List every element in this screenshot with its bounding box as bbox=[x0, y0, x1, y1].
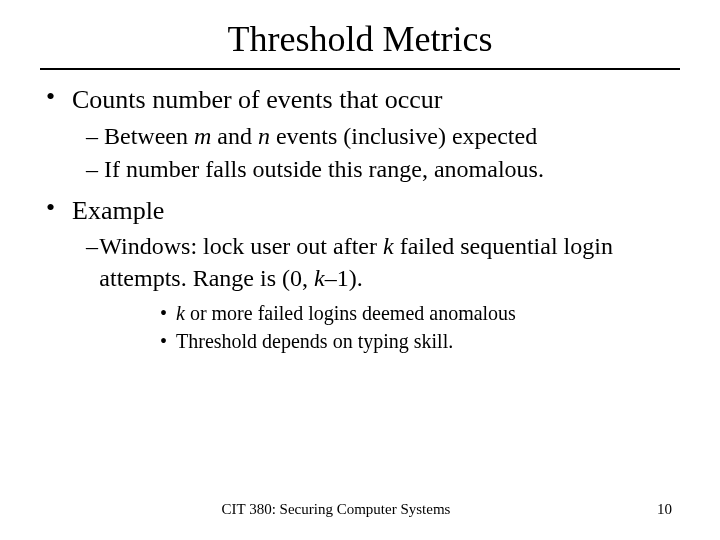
sub-sub-list: • k or more failed logins deemed anomalo… bbox=[86, 300, 680, 354]
bullet-icon: • bbox=[46, 84, 72, 110]
bullet-icon: • bbox=[160, 300, 176, 326]
bullet-icon: • bbox=[46, 195, 72, 221]
sub-list: – Between m and n events (inclusive) exp… bbox=[46, 121, 680, 185]
dash-icon: – bbox=[86, 154, 104, 185]
dash-icon: – bbox=[86, 231, 99, 262]
bullet-text: Example bbox=[72, 195, 164, 228]
slide-title: Threshold Metrics bbox=[40, 18, 680, 60]
list-item: • Threshold depends on typing skill. bbox=[160, 328, 680, 354]
list-item: – If number falls outside this range, an… bbox=[86, 154, 680, 185]
dash-icon: – bbox=[86, 121, 104, 152]
list-item: – Between m and n events (inclusive) exp… bbox=[86, 121, 680, 152]
bullet-text: Counts number of events that occur bbox=[72, 84, 442, 117]
bullet-icon: • bbox=[160, 328, 176, 354]
list-item: – Windows: lock user out after k failed … bbox=[86, 231, 680, 353]
footer-page-number: 10 bbox=[657, 501, 672, 518]
bullet-list: • Counts number of events that occur – B… bbox=[40, 84, 680, 354]
list-item: • Example – Windows: lock user out after… bbox=[46, 195, 680, 354]
list-item: • k or more failed logins deemed anomalo… bbox=[160, 300, 680, 326]
slide-footer: CIT 380: Securing Computer Systems 10 bbox=[0, 501, 720, 518]
sub-sub-bullet-text: k or more failed logins deemed anomalous bbox=[176, 300, 516, 326]
list-item: • Counts number of events that occur – B… bbox=[46, 84, 680, 185]
footer-course: CIT 380: Securing Computer Systems bbox=[0, 501, 672, 518]
title-divider bbox=[40, 68, 680, 70]
sub-list: – Windows: lock user out after k failed … bbox=[46, 231, 680, 353]
sub-bullet-text: Windows: lock user out after k failed se… bbox=[99, 231, 680, 293]
sub-bullet-text: If number falls outside this range, anom… bbox=[104, 154, 544, 185]
sub-bullet-text: Between m and n events (inclusive) expec… bbox=[104, 121, 537, 152]
sub-sub-bullet-text: Threshold depends on typing skill. bbox=[176, 328, 453, 354]
